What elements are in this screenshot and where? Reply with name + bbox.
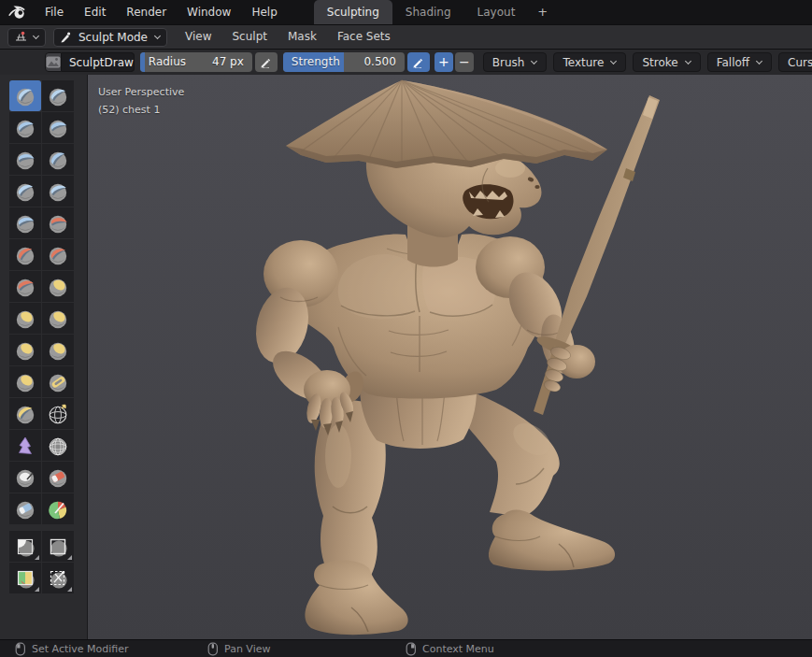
tab-layout[interactable]: Layout — [464, 0, 529, 24]
menu-window[interactable]: Window — [177, 0, 241, 24]
tab-shading[interactable]: Shading — [392, 0, 464, 24]
panel-label: Texture — [563, 56, 604, 69]
tool-layer[interactable] — [42, 144, 74, 175]
menu-render[interactable]: Render — [116, 0, 177, 24]
tool-multi-plane-scrape[interactable] — [9, 271, 41, 302]
status-hint-pan-view: Pan View — [207, 640, 270, 657]
editor-type-icon — [14, 31, 28, 43]
scrape-brush-icon — [47, 244, 69, 266]
strength-pressure-toggle[interactable] — [407, 52, 430, 72]
tool-settings-bar: SculptDraw Radius 47 px Strength 0.500 — [0, 49, 812, 75]
cloth-brush-icon — [14, 435, 36, 457]
mode-select-label: Sculpt Mode — [78, 31, 148, 44]
tool-mask[interactable] — [9, 462, 41, 493]
tool-crease[interactable] — [9, 207, 41, 238]
tool-slide-relax[interactable] — [9, 398, 41, 429]
tool-box-hide[interactable] — [42, 531, 74, 562]
flatten-brush-icon — [14, 244, 36, 266]
mode-header: Sculpt Mode ViewSculptMaskFace Sets — [0, 24, 812, 49]
panel-label: Cursor — [788, 56, 812, 69]
menu-mask[interactable]: Mask — [278, 25, 327, 49]
tool-inflate[interactable] — [9, 176, 41, 207]
brush-name-field[interactable]: SculptDraw — [62, 52, 135, 72]
image-icon — [46, 56, 61, 68]
tool-clay-strips[interactable] — [42, 112, 74, 143]
tool-draw[interactable] — [9, 80, 41, 111]
panel-label: Falloff — [717, 56, 749, 69]
tool-smooth[interactable] — [42, 207, 74, 238]
add-workspace-button[interactable]: + — [528, 0, 557, 24]
brush-thumbnail-button[interactable] — [45, 52, 62, 72]
tool-multires-displacement-eraser[interactable] — [9, 493, 41, 524]
crease-brush-icon — [14, 212, 36, 235]
tool-blob[interactable] — [42, 176, 74, 207]
tool-cloth[interactable] — [9, 430, 41, 461]
tool-pose[interactable] — [42, 335, 74, 365]
boundary-brush-icon — [47, 403, 69, 425]
chevron-down-icon — [685, 59, 691, 65]
panel-texture[interactable]: Texture — [553, 52, 626, 72]
sculpt-mode-icon — [60, 31, 72, 43]
strength-slider[interactable]: Strength 0.500 — [283, 52, 405, 72]
middle-mouse-icon — [207, 642, 219, 656]
blob-brush-icon — [47, 180, 69, 203]
inflate-brush-icon — [14, 180, 36, 203]
tool-thumb[interactable] — [9, 335, 41, 365]
clay-strips-brush-icon — [47, 117, 69, 139]
panel-cursor[interactable]: Cursor — [778, 52, 812, 72]
chevron-down-icon — [756, 59, 762, 65]
menu-view[interactable]: View — [175, 25, 221, 49]
tab-sculpting[interactable]: Sculpting — [314, 0, 392, 24]
tool-rotate[interactable] — [42, 366, 74, 397]
tool-box-trim[interactable] — [42, 563, 74, 593]
sculpt-model-rat-samurai[interactable] — [88, 75, 812, 639]
tool-paint[interactable] — [42, 493, 74, 524]
status-hint-label: Context Menu — [422, 643, 494, 655]
editor-type-button[interactable] — [7, 28, 46, 47]
menu-face-sets[interactable]: Face Sets — [327, 25, 401, 49]
tool-flatten[interactable] — [9, 239, 41, 270]
3d-viewport[interactable]: User Perspective (52) chest 1 — [88, 75, 812, 639]
menu-help[interactable]: Help — [241, 0, 287, 24]
tool-box-mask[interactable] — [9, 531, 41, 562]
simplify-brush-icon — [47, 435, 69, 457]
tool-box-face-set[interactable] — [9, 563, 41, 593]
radius-pressure-toggle[interactable] — [255, 52, 278, 72]
right-mouse-icon — [406, 642, 417, 656]
tool-draw-sharp[interactable] — [42, 80, 74, 111]
view-name-label: User Perspective — [98, 83, 184, 101]
panel-brush[interactable]: Brush — [483, 52, 548, 72]
draw-brush-icon — [14, 85, 36, 107]
left-mouse-icon — [15, 642, 26, 656]
panel-label: Brush — [492, 56, 525, 69]
clay-brush-icon — [14, 117, 36, 139]
tool-boundary[interactable] — [42, 398, 74, 429]
menu-edit[interactable]: Edit — [74, 0, 116, 24]
menu-file[interactable]: File — [35, 0, 74, 24]
tool-clay-thumb[interactable] — [9, 144, 41, 175]
tool-clay[interactable] — [9, 112, 41, 143]
panel-falloff[interactable]: Falloff — [707, 52, 772, 72]
menu-sculpt[interactable]: Sculpt — [221, 25, 277, 49]
tool-draw-face-sets[interactable] — [42, 462, 74, 493]
tool-scrape[interactable] — [42, 239, 74, 270]
panel-stroke[interactable]: Stroke — [633, 52, 700, 72]
status-hint-label: Pan View — [224, 643, 270, 655]
clay-thumb-brush-icon — [14, 149, 36, 171]
tool-grab[interactable] — [42, 271, 74, 302]
brush-add-toggle[interactable]: + — [434, 52, 453, 72]
draw-face-sets-brush-icon — [47, 466, 69, 489]
tool-snake-hook[interactable] — [42, 303, 74, 334]
draw-sharp-brush-icon — [47, 85, 69, 107]
nudge-brush-icon — [14, 371, 36, 393]
tool-elastic-deform[interactable] — [9, 303, 41, 334]
stylus-pressure-icon — [412, 56, 424, 68]
mode-select-dropdown[interactable]: Sculpt Mode — [53, 28, 167, 47]
radius-slider[interactable]: Radius 47 px — [140, 52, 252, 72]
blender-logo-icon — [8, 4, 27, 21]
tool-simplify[interactable] — [42, 430, 74, 461]
tool-nudge[interactable] — [9, 366, 41, 397]
chevron-down-icon — [33, 34, 39, 40]
status-hint-set-active-modifier: Set Active Modifier — [15, 640, 129, 657]
brush-subtract-toggle[interactable]: − — [455, 52, 474, 72]
